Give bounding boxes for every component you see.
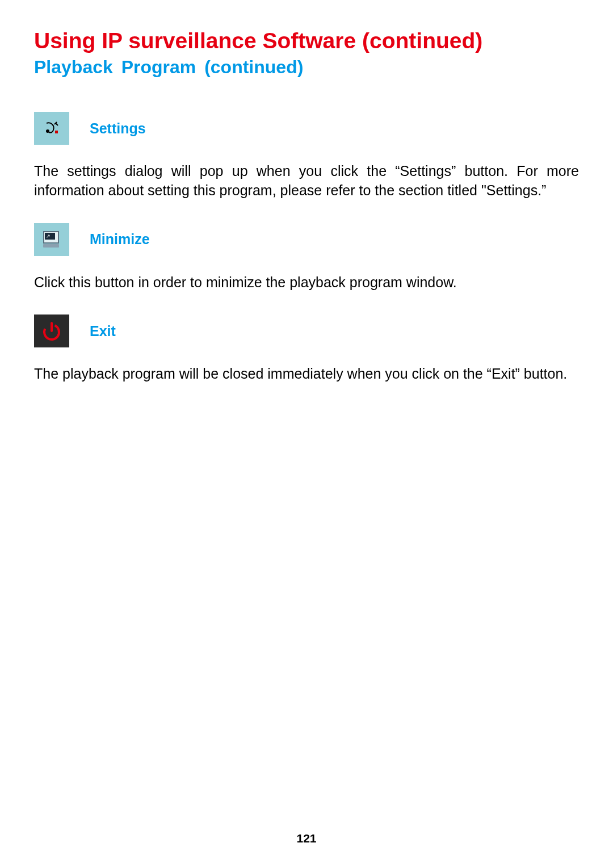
manual-page: Using IP surveillance Software (continue… bbox=[0, 0, 613, 868]
section-header: ↗ Minimize bbox=[34, 223, 579, 256]
section-exit: Exit The playback program will be closed… bbox=[34, 315, 579, 384]
settings-body: The settings dialog will pop up when you… bbox=[34, 162, 579, 200]
exit-label: Exit bbox=[90, 323, 116, 339]
minimize-label: Minimize bbox=[90, 231, 150, 248]
settings-icon bbox=[34, 112, 69, 145]
exit-icon bbox=[34, 315, 69, 347]
exit-body: The playback program will be closed imme… bbox=[34, 364, 579, 384]
svg-rect-1 bbox=[55, 131, 58, 133]
section-settings: Settings The settings dialog will pop up… bbox=[34, 112, 579, 200]
svg-point-0 bbox=[46, 129, 49, 133]
section-minimize: ↗ Minimize Click this button in order to… bbox=[34, 223, 579, 292]
page-number: 121 bbox=[0, 832, 613, 845]
section-header: Settings bbox=[34, 112, 579, 145]
settings-label: Settings bbox=[90, 120, 146, 137]
page-title: Using IP surveillance Software (continue… bbox=[34, 28, 579, 53]
section-header: Exit bbox=[34, 315, 579, 347]
page-subtitle: Playback Program (continued) bbox=[34, 57, 579, 78]
minimize-icon: ↗ bbox=[34, 223, 69, 256]
minimize-body: Click this button in order to minimize t… bbox=[34, 273, 579, 292]
